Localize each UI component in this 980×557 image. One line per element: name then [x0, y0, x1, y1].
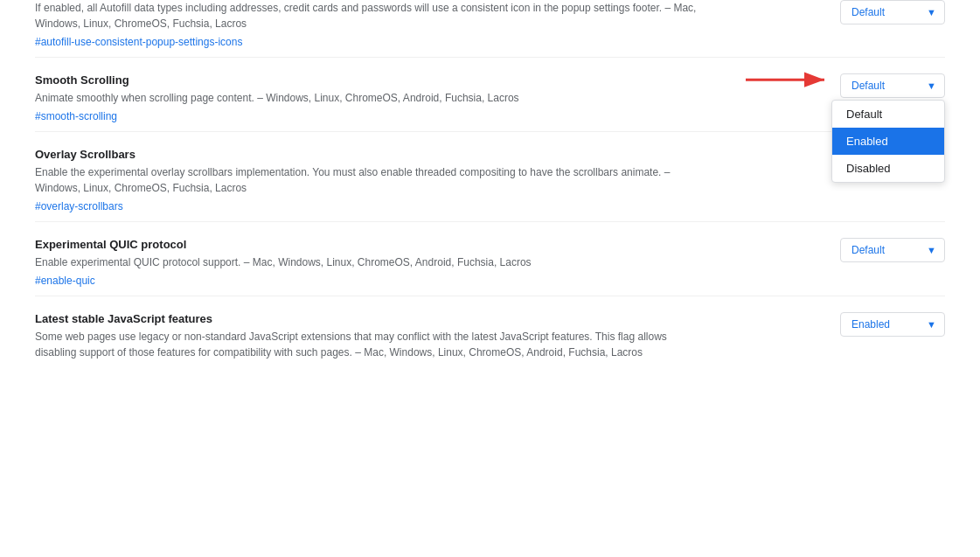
- autofill-description: If enabled, all Autofill data types incl…: [35, 0, 699, 31]
- smooth-scrolling-title: Smooth Scrolling: [35, 73, 699, 87]
- javascript-features-flag-item: Latest stable JavaScript features Some w…: [35, 296, 945, 372]
- autofill-select-wrapper: Default Enabled Disabled ▼: [840, 0, 945, 24]
- red-arrow-icon: [746, 68, 833, 93]
- smooth-scrolling-description: Animate smoothly when scrolling page con…: [35, 90, 699, 106]
- overlay-scrollbars-description: Enable the experimental overlay scrollba…: [35, 164, 699, 196]
- quic-protocol-description: Enable experimental QUIC protocol suppor…: [35, 254, 699, 270]
- smooth-scrolling-dropdown-list: Default Enabled Disabled: [831, 100, 945, 183]
- autofill-select[interactable]: Default Enabled Disabled: [840, 0, 945, 24]
- smooth-scrolling-select-wrapper: Default Enabled Disabled ▼: [840, 73, 945, 98]
- autofill-flag-control: Default Enabled Disabled ▼: [840, 0, 945, 24]
- dropdown-option-enabled[interactable]: Enabled: [832, 128, 944, 155]
- smooth-scrolling-select[interactable]: Default Enabled Disabled: [840, 73, 945, 98]
- quic-protocol-title: Experimental QUIC protocol: [35, 238, 699, 251]
- overlay-scrollbars-title: Overlay Scrollbars: [35, 148, 699, 161]
- overlay-scrollbars-flag-link[interactable]: #overlay-scrollbars: [35, 200, 123, 212]
- quic-protocol-flag-control: Default Enabled Disabled ▼: [840, 238, 945, 262]
- page-wrapper: If enabled, all Autofill data types incl…: [0, 0, 980, 557]
- javascript-features-select[interactable]: Default Enabled Disabled: [840, 312, 945, 337]
- javascript-features-select-wrapper: Default Enabled Disabled ▼: [840, 312, 945, 337]
- quic-protocol-select-wrapper: Default Enabled Disabled ▼: [840, 238, 945, 262]
- autofill-flag-text: If enabled, all Autofill data types incl…: [35, 0, 717, 48]
- javascript-features-title: Latest stable JavaScript features: [35, 312, 699, 325]
- javascript-features-flag-text: Latest stable JavaScript features Some w…: [35, 312, 717, 364]
- dropdown-option-disabled[interactable]: Disabled: [832, 155, 944, 182]
- smooth-scrolling-flag-control: Default Enabled Disabled ▼ Default Enabl…: [840, 73, 945, 98]
- quic-protocol-flag-item: Experimental QUIC protocol Enable experi…: [35, 222, 945, 296]
- smooth-scrolling-flag-item: Smooth Scrolling Animate smoothly when s…: [35, 58, 945, 132]
- dropdown-option-default[interactable]: Default: [832, 101, 944, 128]
- javascript-features-flag-control: Default Enabled Disabled ▼: [840, 312, 945, 337]
- overlay-scrollbars-flag-text: Overlay Scrollbars Enable the experiment…: [35, 148, 717, 212]
- quic-protocol-flag-link[interactable]: #enable-quic: [35, 275, 95, 287]
- overlay-scrollbars-flag-item: Overlay Scrollbars Enable the experiment…: [35, 132, 945, 222]
- quic-protocol-select[interactable]: Default Enabled Disabled: [840, 238, 945, 262]
- smooth-scrolling-flag-text: Smooth Scrolling Animate smoothly when s…: [35, 73, 717, 122]
- autofill-flag-link[interactable]: #autofill-use-consistent-popup-settings-…: [35, 36, 242, 48]
- quic-protocol-flag-text: Experimental QUIC protocol Enable experi…: [35, 238, 717, 287]
- autofill-flag-item: If enabled, all Autofill data types incl…: [35, 0, 945, 58]
- content-area: If enabled, all Autofill data types incl…: [0, 0, 980, 390]
- javascript-features-description: Some web pages use legacy or non-standar…: [35, 329, 699, 360]
- smooth-scrolling-flag-link[interactable]: #smooth-scrolling: [35, 110, 117, 122]
